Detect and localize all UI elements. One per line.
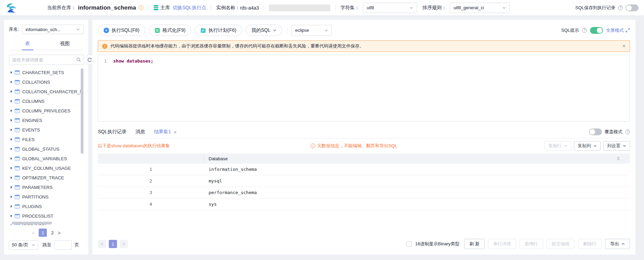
caret-right-icon[interactable] <box>11 167 12 169</box>
caret-right-icon[interactable] <box>11 109 12 112</box>
caret-right-icon[interactable] <box>11 138 12 141</box>
caret-right-icon[interactable] <box>11 215 12 217</box>
caret-right-icon[interactable] <box>11 81 12 83</box>
prev-page-arrow[interactable]: < <box>32 230 35 235</box>
sql-editor[interactable]: 1 show databases; <box>98 55 630 122</box>
close-tab-icon[interactable]: × <box>174 129 177 135</box>
submit-edit-button[interactable]: 提交编辑 <box>547 239 575 249</box>
sort-icon[interactable] <box>617 156 620 161</box>
charset-select[interactable]: utf8 <box>363 3 417 13</box>
caret-right-icon[interactable] <box>11 148 12 150</box>
sql-hint-toggle[interactable] <box>590 27 603 34</box>
caret-right-icon[interactable] <box>11 205 12 208</box>
hex-display-label: 16进制显示Binary类型 <box>415 241 459 247</box>
table-tree-item[interactable]: PLUGINS <box>9 202 83 211</box>
table-tree-item[interactable]: PARTITIONS <box>9 192 83 202</box>
run-sql-button[interactable]: 执行SQL(F8) <box>98 25 145 36</box>
table-tree-item[interactable]: PARAMETERS <box>9 182 83 192</box>
caret-right-icon[interactable] <box>11 186 12 189</box>
table-tree-item[interactable]: GLOBAL_VARIABLES <box>9 154 83 163</box>
page-size-select[interactable]: 50 条/页 <box>9 240 38 250</box>
play-icon <box>104 28 109 33</box>
caret-right-icon[interactable] <box>11 176 12 179</box>
table-row[interactable]: 3 performance_schema <box>98 187 630 199</box>
fullscreen-button[interactable]: 全屏模式 <box>606 27 630 33</box>
page-number-active[interactable]: 1 <box>39 229 47 237</box>
table-row[interactable]: 2 mysql <box>98 175 630 187</box>
export-button[interactable]: 导出 <box>605 239 630 249</box>
search-icon[interactable] <box>76 57 81 62</box>
table-tree-item[interactable]: ENGINES <box>9 115 83 125</box>
format-sql-button[interactable]: 格式化(F9) <box>149 25 192 36</box>
save-sql-history-label: SQL保存到执行记录 <box>575 5 615 11</box>
table-tree-item[interactable]: CHARACTER_SETS <box>9 68 83 77</box>
copy-column-button[interactable]: 复制列 <box>574 141 601 151</box>
table-tree-item[interactable]: EVENTS <box>9 125 83 135</box>
tab-messages[interactable]: 消息 <box>135 129 145 135</box>
refresh-result-button[interactable]: 刷 新 <box>464 239 485 249</box>
prev-page-arrow[interactable]: < <box>98 240 106 248</box>
table-tree-item[interactable]: GLOBAL_STATUS <box>9 144 83 154</box>
copy-row-button[interactable]: 复制行 <box>544 141 571 151</box>
primary-db-label: 主库 <box>160 5 170 11</box>
chevron-down-icon <box>564 144 567 148</box>
column-settings-button[interactable]: 列设置 <box>603 141 630 151</box>
table-row[interactable]: 4 sys <box>98 199 630 210</box>
page-number-active[interactable]: 1 <box>109 240 117 248</box>
switch-sql-endpoint-link[interactable]: 切换SQL执行点 <box>173 5 206 11</box>
delete-row-button[interactable]: 删除行 <box>578 239 602 249</box>
table-tree-item[interactable]: FILES <box>9 135 83 144</box>
horizontal-scrollbar[interactable] <box>12 222 52 224</box>
row-detail-button[interactable]: 单行详情 <box>488 239 516 249</box>
collation-select[interactable]: utf8_general_ci <box>450 3 510 13</box>
table-tree-item[interactable]: COLUMNS <box>9 96 83 106</box>
my-sql-button[interactable]: 我的SQL <box>246 25 282 36</box>
help-icon[interactable]: ? <box>625 129 630 134</box>
table-tree-item[interactable]: COLUMN_PRIVILEGES <box>9 106 83 115</box>
search-input[interactable] <box>12 57 72 63</box>
help-icon[interactable]: ? <box>582 28 587 33</box>
table-tree-item[interactable]: COLLATIONS <box>9 77 83 87</box>
caret-right-icon[interactable] <box>11 90 12 93</box>
caret-right-icon[interactable] <box>11 157 12 160</box>
tab-tables[interactable]: 表 <box>9 38 46 50</box>
format-icon <box>155 28 160 33</box>
help-icon[interactable]: ? <box>618 5 623 10</box>
tab-resultset[interactable]: 结果集1 × <box>154 129 177 135</box>
divider <box>287 27 287 33</box>
page-number[interactable]: 2 <box>51 230 53 235</box>
sql-code[interactable]: show databases; <box>110 55 153 121</box>
refresh-tables-button[interactable] <box>87 55 93 65</box>
tab-sql-history[interactable]: SQL执行记录 <box>98 129 127 135</box>
db-select[interactable]: information_sch... <box>22 25 83 34</box>
table-name: COLUMNS <box>22 99 44 104</box>
explain-plan-button[interactable]: 执行计划(F6) <box>195 25 242 36</box>
db-info-icon[interactable]: i <box>139 5 144 10</box>
table-tree-item[interactable]: KEY_COLUMN_USAGE <box>9 163 83 173</box>
close-icon[interactable]: × <box>622 43 626 49</box>
table-tree-item[interactable]: OPTIMIZER_TRACE <box>9 173 83 182</box>
save-sql-history-toggle[interactable] <box>626 4 639 11</box>
caret-right-icon[interactable] <box>11 195 12 198</box>
caret-right-icon[interactable] <box>11 128 12 131</box>
overwrite-mode-toggle[interactable] <box>589 128 602 135</box>
vertical-scrollbar[interactable] <box>81 68 83 154</box>
next-page-arrow[interactable]: > <box>120 240 128 248</box>
caret-right-icon[interactable] <box>11 71 12 74</box>
line-number: 1 <box>104 58 107 64</box>
db-select-label: 库名: <box>9 26 19 32</box>
caret-right-icon[interactable] <box>11 119 12 122</box>
table-row[interactable]: 1 information_schema <box>98 164 630 175</box>
copy-row-label: 复制行 <box>548 143 562 149</box>
add-row-button[interactable]: 新增行 <box>520 239 543 249</box>
caret-right-icon[interactable] <box>11 100 12 102</box>
table-tree-item[interactable]: COLLATION_CHARACTER_S <box>9 87 83 96</box>
hex-display-checkbox[interactable] <box>406 241 412 247</box>
next-page-arrow[interactable]: > <box>58 230 61 235</box>
jump-to-page-input[interactable] <box>54 240 72 250</box>
tab-views[interactable]: 视图 <box>46 38 83 50</box>
editor-theme-select[interactable]: eclipse <box>291 25 332 36</box>
table-tree-item[interactable]: PROCESSLIST <box>9 211 83 221</box>
table-name: PLUGINS <box>22 204 42 209</box>
jump-to-label: 跳至 <box>42 242 51 248</box>
